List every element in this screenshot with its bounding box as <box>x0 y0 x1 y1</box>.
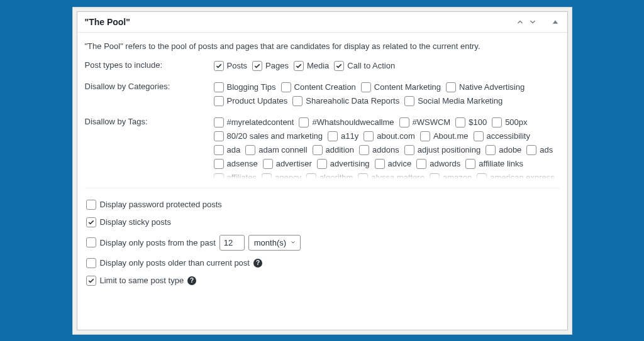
category-label: Blogging Tips <box>227 81 276 94</box>
option-label: Limit to same post type <box>100 276 184 285</box>
tag-option: alyssa mattero <box>358 171 425 178</box>
move-up-icon[interactable] <box>516 18 525 26</box>
category-option: Native Advertising <box>446 81 525 94</box>
tag-checkbox[interactable] <box>299 117 309 127</box>
panel-title: "The Pool" <box>85 17 130 27</box>
chevron-down-icon <box>290 239 296 246</box>
frame: "The Pool" "The Pool" refers to the pool… <box>72 7 572 335</box>
post-type-checkbox[interactable] <box>294 61 304 71</box>
tag-checkbox[interactable] <box>358 173 368 179</box>
tag-checkbox[interactable] <box>214 117 224 127</box>
tag-checkbox[interactable] <box>214 173 224 179</box>
tag-checkbox[interactable] <box>420 131 430 141</box>
tag-checkbox[interactable] <box>404 145 414 155</box>
post-type-checkbox[interactable] <box>214 61 224 71</box>
post-type-checkbox[interactable] <box>252 61 262 71</box>
post-type-label: Pages <box>265 60 289 72</box>
row-tags: Disallow by Tags: #myrelatedcontent#What… <box>85 116 560 179</box>
category-label: Content Creation <box>294 81 356 94</box>
help-icon[interactable]: ? <box>253 259 262 268</box>
tag-checkbox[interactable] <box>313 145 323 155</box>
tag-checkbox[interactable] <box>486 145 496 155</box>
category-checkbox[interactable] <box>361 82 371 92</box>
tag-checkbox[interactable] <box>455 117 465 127</box>
category-option: Product Updates <box>214 95 288 107</box>
tag-checkbox[interactable] <box>474 131 484 141</box>
panel-header-actions <box>516 18 560 26</box>
tag-option: #WSWCM <box>399 116 451 129</box>
tag-checkbox[interactable] <box>477 173 487 179</box>
category-checkbox[interactable] <box>446 82 456 92</box>
tag-option: adjust positioning <box>404 144 480 156</box>
label-categories: Disallow by Categories: <box>85 81 214 91</box>
tag-checkbox[interactable] <box>214 159 224 169</box>
tag-option: #myrelatedcontent <box>214 116 294 129</box>
label-tags: Disallow by Tags: <box>85 116 214 126</box>
tag-label: a11y <box>341 130 358 143</box>
post-type-option: Posts <box>214 60 248 72</box>
tag-checkbox[interactable] <box>359 145 369 155</box>
panel-header: "The Pool" <box>77 12 567 33</box>
post-type-label: Media <box>307 60 329 72</box>
tag-option: advertising <box>317 158 370 170</box>
tag-checkbox[interactable] <box>430 173 440 179</box>
option-sticky: Display sticky posts <box>85 214 560 231</box>
tag-checkbox[interactable] <box>245 145 255 155</box>
label-post-types: Post types to include: <box>85 60 214 70</box>
tag-checkbox[interactable] <box>306 173 316 179</box>
checkbox-limit-same-type[interactable] <box>86 276 96 286</box>
tag-label: adobe <box>499 144 521 156</box>
tag-option: amazon <box>430 171 472 178</box>
tag-checkbox[interactable] <box>364 131 374 141</box>
help-icon[interactable]: ? <box>187 276 196 285</box>
tag-option: accessibility <box>474 130 530 143</box>
tag-label: adam connell <box>258 144 307 156</box>
tag-checkbox[interactable] <box>492 117 502 127</box>
tag-label: 80/20 sales and marketing <box>227 130 323 143</box>
tag-checkbox[interactable] <box>317 159 327 169</box>
tag-label: alyssa mattero <box>371 171 425 178</box>
tag-checkbox[interactable] <box>328 131 338 141</box>
tag-label: 500px <box>505 116 527 129</box>
option-from-past: Display only posts from the past month(s… <box>85 231 560 254</box>
tag-checkbox[interactable] <box>465 159 475 169</box>
category-checkbox[interactable] <box>214 96 224 106</box>
tag-option: 80/20 sales and marketing <box>214 130 323 143</box>
checkbox-sticky[interactable] <box>86 217 96 227</box>
checkbox-from-past[interactable] <box>86 237 96 247</box>
tag-checkbox[interactable] <box>399 117 409 127</box>
tag-checkbox[interactable] <box>526 145 536 155</box>
category-checkbox[interactable] <box>404 96 414 106</box>
from-past-unit-select[interactable]: month(s) <box>248 235 301 251</box>
category-checkbox[interactable] <box>214 82 224 92</box>
category-checkbox[interactable] <box>292 96 303 106</box>
checkbox-older-than-current[interactable] <box>86 258 96 268</box>
tag-label: #Whatshouldwecallme <box>312 116 394 129</box>
category-option: Content Creation <box>281 81 356 94</box>
category-label: Product Updates <box>227 95 288 107</box>
tag-option: ada <box>214 144 241 156</box>
tag-checkbox[interactable] <box>214 145 224 155</box>
tag-checkbox[interactable] <box>375 159 385 169</box>
from-past-number-input[interactable] <box>219 235 245 251</box>
tag-checkbox[interactable] <box>416 159 426 169</box>
tag-label: advertiser <box>276 158 312 170</box>
tag-checkbox[interactable] <box>214 131 224 141</box>
category-option: Blogging Tips <box>214 81 276 94</box>
post-type-checkbox[interactable] <box>334 61 344 71</box>
category-label: Native Advertising <box>459 81 525 94</box>
tag-checkbox[interactable] <box>263 159 273 169</box>
category-label: Shareaholic Data Reports <box>306 95 399 107</box>
move-down-icon[interactable] <box>528 18 537 26</box>
checkbox-password-protected[interactable] <box>86 200 96 210</box>
category-checkbox[interactable] <box>281 82 291 92</box>
post-type-option: Pages <box>252 60 289 72</box>
collapse-icon[interactable] <box>551 18 560 26</box>
tag-option: addition <box>313 144 355 156</box>
tag-label: ada <box>227 144 241 156</box>
tag-label: adwords <box>430 158 460 170</box>
panel-body: "The Pool" refers to the pool of posts a… <box>77 33 567 301</box>
tag-option: #Whatshouldwecallme <box>299 116 394 129</box>
row-post-types: Post types to include: PostsPagesMediaCa… <box>85 60 560 72</box>
tag-checkbox[interactable] <box>262 173 272 179</box>
